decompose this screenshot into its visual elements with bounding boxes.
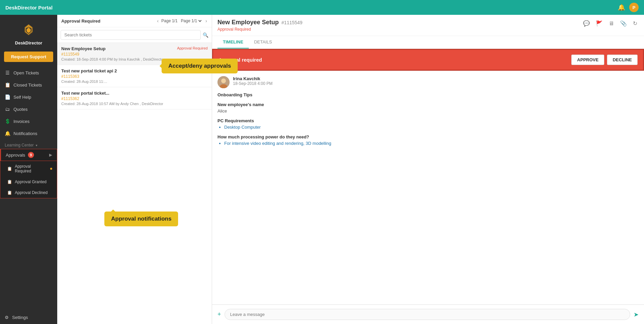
approval-declined-label: Approval Declined	[15, 190, 47, 195]
pagination-select[interactable]: Page 1/1	[179, 18, 203, 24]
sidebar-item-settings[interactable]: ⚙ Settings	[0, 311, 57, 324]
form-section-processing: How much processing power do they need? …	[217, 134, 639, 146]
content-area: Approval Required ‹ Page 1/1 Page 1/1 › …	[57, 15, 644, 324]
ticket-title: New Employee Setup	[61, 46, 105, 51]
sidebar-item-label: Closed Tickets	[13, 83, 42, 88]
sidebar-approvals-header[interactable]: Approvals 9 ▶	[0, 149, 57, 161]
sidebar-item-invoices[interactable]: 💲 Invoices	[0, 115, 57, 127]
ticket-detail-title: New Employee Setup	[217, 19, 279, 26]
sidebar-sub-item-approval-required[interactable]: 📋 Approval Required	[0, 161, 57, 176]
request-support-button[interactable]: Request Support	[4, 52, 53, 62]
closed-tickets-icon: 📋	[5, 82, 10, 88]
learning-center-label: Learning Center	[5, 143, 34, 148]
send-icon[interactable]: ➤	[634, 311, 639, 318]
sidebar-item-label: Quotes	[13, 107, 28, 112]
app-title: DeskDirector Portal	[5, 5, 53, 10]
self-help-icon: 📄	[5, 94, 10, 100]
sidebar-item-open-tickets[interactable]: ☰ Open Tickets	[0, 67, 57, 79]
leave-message-input[interactable]	[225, 309, 630, 320]
ticket-id: #1115549	[61, 52, 208, 57]
sidebar-item-self-help[interactable]: 📄 Self Help	[0, 91, 57, 103]
form-value-name: Alice	[217, 108, 639, 114]
approval-required-dot	[50, 168, 52, 170]
approval-granted-icon: 📋	[7, 180, 12, 184]
form-label-name: New employee's name	[217, 102, 639, 107]
ticket-detail-tabs: TIMELINE DETAILS	[212, 36, 644, 49]
tab-details[interactable]: DETAILS	[249, 36, 277, 48]
form-label-pc: PC Requirements	[217, 118, 639, 123]
ticket-list-header: Approval Required ‹ Page 1/1 Page 1/1 ›	[57, 15, 212, 27]
chat-icon[interactable]: 💬	[582, 19, 591, 28]
approval-banner-buttons: APPROVE DECLINE	[571, 55, 638, 65]
chevron-down-icon: ▾	[36, 143, 37, 147]
form-label-processing: How much processing power do they need?	[217, 134, 639, 139]
search-icon: 🔍	[203, 32, 208, 38]
form-section-onboarding: Onboarding Tips	[217, 92, 639, 97]
notifications-icon[interactable]: 🔔	[618, 4, 625, 11]
quotes-icon: 🗂	[5, 106, 10, 112]
approval-required-label: Approval Required	[15, 164, 47, 173]
main-layout: DeskDirector Request Support ☰ Open Tick…	[0, 15, 644, 324]
sidebar-sub-item-approval-declined[interactable]: 📋 Approval Declined	[0, 187, 57, 198]
ticket-meta: Created: 28-Aug-2018 10:57 AM by Andy Ch…	[61, 102, 208, 106]
form-section-pc: PC Requirements Desktop Computer	[217, 118, 639, 130]
sidebar-sub-item-approval-granted[interactable]: 📋 Approval Granted	[0, 176, 57, 187]
approvals-badge: 9	[28, 152, 34, 158]
invoices-icon: 💲	[5, 119, 10, 124]
form-section-name: New employee's name Alice	[217, 102, 639, 114]
pagination-prev[interactable]: ‹	[157, 18, 160, 24]
message-author: Irina Kavchik	[233, 76, 272, 81]
ticket-title: Test new portal ticket api 2	[61, 68, 117, 73]
ticket-id: #1115362	[61, 96, 208, 101]
ticket-list-title: Approval Required	[61, 19, 100, 24]
table-row[interactable]: Test new portal ticket... #1115362 Creat…	[57, 87, 212, 109]
approval-banner: Approval required APPROVE DECLINE	[212, 49, 644, 71]
chevron-right-icon: ▶	[49, 153, 52, 157]
search-bar: 🔍	[57, 27, 212, 43]
screen-icon[interactable]: 🖥	[607, 19, 615, 28]
attachment-icon[interactable]: 📎	[619, 19, 628, 28]
approval-required-icon: 📋	[7, 166, 12, 171]
ticket-id: #1115363	[61, 74, 208, 79]
sidebar-item-closed-tickets[interactable]: 📋 Closed Tickets	[0, 79, 57, 91]
refresh-icon[interactable]: ↻	[632, 19, 639, 28]
ticket-title: Test new portal ticket...	[61, 91, 109, 96]
sidebar-item-label: Self Help	[13, 95, 31, 100]
sidebar: DeskDirector Request Support ☰ Open Tick…	[0, 15, 57, 324]
approval-declined-icon: 📋	[7, 190, 12, 195]
add-attachment-icon[interactable]: +	[217, 311, 221, 318]
list-item: Desktop Computer	[224, 125, 639, 130]
avatar[interactable]: P	[629, 3, 639, 12]
decline-button[interactable]: DECLINE	[607, 55, 638, 65]
avatar-image	[217, 76, 230, 88]
svg-point-6	[221, 78, 226, 83]
ticket-badge: Approval Required	[177, 46, 208, 51]
sidebar-item-label: Notifications	[13, 131, 37, 136]
sidebar-logo: DeskDirector	[0, 15, 57, 50]
message-avatar	[217, 76, 230, 88]
pagination: ‹ Page 1/1 Page 1/1 ›	[157, 18, 208, 24]
topnav-icons: 🔔 P	[618, 3, 639, 12]
ticket-detail-status: Approval Required	[217, 27, 302, 32]
pagination-next[interactable]: ›	[205, 18, 208, 24]
ticket-detail-actions: 💬 🚩 🖥 📎 ↻	[582, 19, 639, 28]
sidebar-learning-center[interactable]: Learning Center ▾	[0, 139, 57, 149]
list-item: For intensive video editing and renderin…	[224, 141, 639, 146]
sidebar-sub-items: 📋 Approval Required 📋 Approval Granted 📋…	[0, 161, 57, 198]
ticket-meta: Created: 28-Aug-2018 11:...	[61, 79, 208, 84]
ticket-detail-num: #1115549	[281, 20, 302, 25]
ticket-detail-body: Approval required APPROVE DECLINE	[212, 49, 644, 304]
ticket-detail-header: New Employee Setup #1115549 Approval Req…	[212, 15, 644, 36]
tab-timeline[interactable]: TIMELINE	[217, 36, 249, 48]
search-input[interactable]	[61, 30, 201, 40]
notif-icon: 🔔	[5, 131, 10, 136]
sidebar-item-notifications[interactable]: 🔔 Notifications	[0, 127, 57, 139]
sidebar-item-quotes[interactable]: 🗂 Quotes	[0, 103, 57, 115]
leave-message-bar: + ➤	[212, 304, 644, 324]
pc-requirements-list: Desktop Computer	[217, 125, 639, 130]
topnav: DeskDirector Portal 🔔 P	[0, 0, 644, 15]
message-header: Irina Kavchik 18-Sep-2018 4:00 PM	[217, 76, 639, 88]
settings-label: Settings	[12, 315, 28, 320]
flag-icon[interactable]: 🚩	[595, 19, 604, 28]
approve-button[interactable]: APPROVE	[571, 55, 604, 65]
